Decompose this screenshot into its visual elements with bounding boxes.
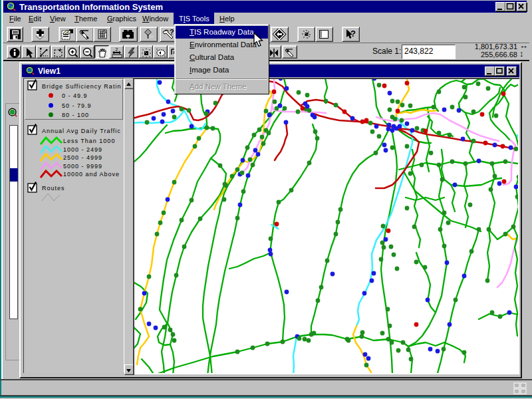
svg-text:2: 2 (116, 47, 118, 52)
